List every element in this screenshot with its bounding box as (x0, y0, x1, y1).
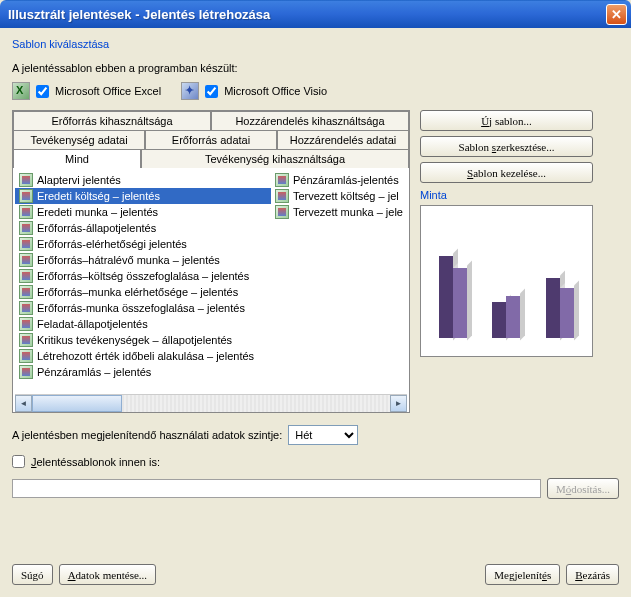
template-list: Alaptervi jelentésEredeti költség – jele… (15, 172, 407, 394)
visio-label: Microsoft Office Visio (224, 85, 327, 97)
chart-bar (506, 296, 520, 338)
list-item[interactable]: Eredeti munka – jelentés (15, 204, 271, 220)
manage-template-button[interactable]: Sablon kezelése... (420, 162, 593, 183)
visio-icon (181, 82, 199, 100)
list-item-label: Eredeti költség – jelentés (37, 190, 160, 202)
report-icon (19, 205, 33, 219)
report-icon (19, 365, 33, 379)
report-icon (275, 205, 289, 219)
scroll-track[interactable] (32, 395, 390, 412)
list-item-label: Tervezett munka – jele (293, 206, 403, 218)
tab-all[interactable]: Mind (13, 149, 141, 168)
chart-bar (453, 268, 467, 338)
list-item[interactable]: Létrehozott érték időbeli alakulása – je… (15, 348, 271, 364)
visio-checkbox[interactable] (205, 85, 218, 98)
tab-resource-data[interactable]: Erőforrás adatai (145, 130, 277, 149)
report-icon (19, 301, 33, 315)
excel-icon (12, 82, 30, 100)
report-icon (19, 221, 33, 235)
scroll-right-icon[interactable]: ► (390, 395, 407, 412)
tab-assignment-data[interactable]: Hozzárendelés adatai (277, 130, 409, 149)
list-item[interactable]: Pénzáramlás-jelentés (271, 172, 407, 188)
tabs-container: Erőforrás kihasználtsága Hozzárendelés k… (12, 110, 410, 413)
report-icon (19, 317, 33, 331)
edit-template-button[interactable]: Sablon szerkesztése... (420, 136, 593, 157)
list-item-label: Erőforrás–hátralévő munka – jelentés (37, 254, 220, 266)
excel-label: Microsoft Office Excel (55, 85, 161, 97)
chart-bar (546, 278, 560, 338)
list-item[interactable]: Erőforrás-állapotjelentés (15, 220, 271, 236)
list-item[interactable]: Feladat-állapotjelentés (15, 316, 271, 332)
list-item-label: Kritikus tevékenységek – állapotjelentés (37, 334, 232, 346)
report-icon (19, 253, 33, 267)
tab-task-data[interactable]: Tevékenység adatai (13, 130, 145, 149)
report-icon (19, 333, 33, 347)
list-item[interactable]: Erőforrás-elérhetőségi jelentés (15, 236, 271, 252)
tab-resource-usage[interactable]: Erőforrás kihasználtsága (13, 111, 211, 130)
preview-label: Minta (420, 189, 619, 201)
report-icon (19, 189, 33, 203)
modify-button[interactable]: Módosítás... (547, 478, 619, 499)
help-button[interactable]: Súgó (12, 564, 53, 585)
report-icon (275, 173, 289, 187)
new-template-button[interactable]: Új sablon... (420, 110, 593, 131)
preview-box (420, 205, 593, 357)
report-icon (19, 237, 33, 251)
chart-bar (439, 256, 453, 338)
list-item-label: Létrehozott érték időbeli alakulása – je… (37, 350, 254, 362)
window-title: Illusztrált jelentések - Jelentés létreh… (8, 7, 606, 22)
titlebar: Illusztrált jelentések - Jelentés létreh… (0, 0, 631, 28)
report-icon (19, 269, 33, 283)
list-item-label: Erőforrás–munka elérhetősége – jelentés (37, 286, 238, 298)
list-item-label: Pénzáramlás-jelentés (293, 174, 399, 186)
horizontal-scrollbar[interactable]: ◄ ► (15, 394, 407, 411)
usage-level-select[interactable]: Hét (288, 425, 358, 445)
list-item[interactable]: Kritikus tevékenységek – állapotjelentés (15, 332, 271, 348)
list-item-label: Erőforrás-munka összefoglalása – jelenté… (37, 302, 245, 314)
report-icon (19, 285, 33, 299)
list-item-label: Erőforrás–költség összefoglalása – jelen… (37, 270, 249, 282)
list-item-label: Erőforrás-állapotjelentés (37, 222, 156, 234)
chart-bar (492, 302, 506, 338)
report-icon (275, 189, 289, 203)
list-item[interactable]: Erőforrás–munka elérhetősége – jelentés (15, 284, 271, 300)
list-item[interactable]: Tervezett munka – jele (271, 204, 407, 220)
list-item[interactable]: Erőforrás–hátralévő munka – jelentés (15, 252, 271, 268)
report-icon (19, 173, 33, 187)
report-icon (19, 349, 33, 363)
save-data-button[interactable]: Adatok mentése... (59, 564, 156, 585)
scroll-thumb[interactable] (32, 395, 122, 412)
list-item-label: Tervezett költség – jel (293, 190, 399, 202)
list-item[interactable]: Pénzáramlás – jelentés (15, 364, 271, 380)
excel-checkbox[interactable] (36, 85, 49, 98)
scroll-left-icon[interactable]: ◄ (15, 395, 32, 412)
list-item[interactable]: Tervezett költség – jel (271, 188, 407, 204)
templates-path-input[interactable] (12, 479, 541, 498)
list-item-label: Feladat-állapotjelentés (37, 318, 148, 330)
template-source-label: A jelentéssablon ebben a programban kész… (12, 62, 619, 74)
templates-from-label: Jelentéssablonok innen is: (31, 456, 160, 468)
list-item-label: Alaptervi jelentés (37, 174, 121, 186)
list-item[interactable]: Erőforrás-munka összefoglalása – jelenté… (15, 300, 271, 316)
tab-assignment-usage[interactable]: Hozzárendelés kihasználtsága (211, 111, 409, 130)
show-button[interactable]: Megjelenítés (485, 564, 560, 585)
templates-from-checkbox[interactable] (12, 455, 25, 468)
usage-level-label: A jelentésben megjelenítendő használati … (12, 429, 282, 441)
close-button[interactable]: Bezárás (566, 564, 619, 585)
tab-task-usage[interactable]: Tevékenység kihasználtsága (141, 149, 409, 168)
list-item-label: Eredeti munka – jelentés (37, 206, 158, 218)
list-item[interactable]: Alaptervi jelentés (15, 172, 271, 188)
close-icon[interactable]: ✕ (606, 4, 627, 25)
list-item-label: Pénzáramlás – jelentés (37, 366, 151, 378)
chart-bar (560, 288, 574, 338)
list-item[interactable]: Eredeti költség – jelentés (15, 188, 271, 204)
list-item-label: Erőforrás-elérhetőségi jelentés (37, 238, 187, 250)
section-title: Sablon kiválasztása (12, 38, 619, 50)
list-item[interactable]: Erőforrás–költség összefoglalása – jelen… (15, 268, 271, 284)
